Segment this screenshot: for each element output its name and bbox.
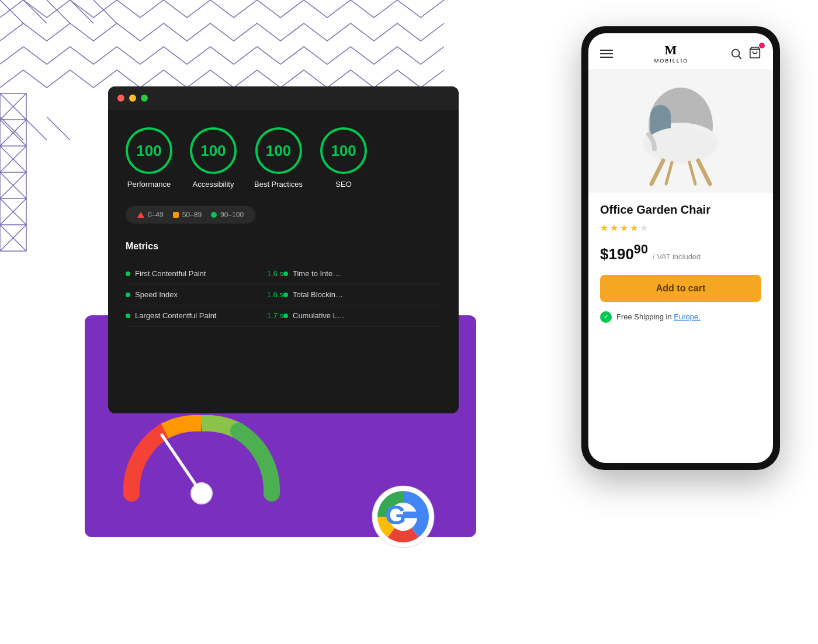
product-details: Office Garden Chair ★ ★ ★ ★ ★ $19090 / V…: [588, 193, 773, 463]
score-best-practices: 100 Best Practices: [254, 127, 303, 189]
legend-triangle-icon: [137, 212, 144, 218]
metric-dot-tti: [283, 271, 288, 276]
brand-name: MOBILLIO: [654, 58, 689, 64]
svg-line-45: [666, 162, 672, 184]
legend-dot-icon: [211, 212, 217, 218]
add-to-cart-button[interactable]: Add to cart: [600, 275, 761, 302]
star-1: ★: [600, 222, 608, 234]
browser-window: 100 Performance 100 Accessibility 100 Be…: [108, 86, 459, 413]
svg-line-2: [47, 0, 70, 23]
svg-line-37: [739, 56, 741, 58]
svg-line-0: [0, 0, 23, 23]
europe-link[interactable]: Europe.: [674, 312, 701, 321]
hamburger-menu-icon[interactable]: [600, 50, 613, 58]
metric-dot-cls: [283, 314, 288, 318]
score-label-accessibility: Accessibility: [193, 180, 234, 189]
svg-line-7: [47, 117, 70, 140]
phone-screen: M MOBILLIO: [588, 33, 773, 463]
price-row: $19090 / VAT included: [600, 242, 761, 263]
score-seo: 100 SEO: [320, 127, 367, 189]
cart-icon[interactable]: [748, 46, 761, 59]
svg-line-4: [93, 0, 117, 23]
score-label-seo: SEO: [335, 180, 351, 189]
star-3: ★: [620, 222, 628, 234]
svg-line-3: [70, 0, 93, 23]
metric-dot-lcp: [126, 314, 130, 318]
brand-logo: M MOBILLIO: [654, 44, 689, 64]
star-rating: ★ ★ ★ ★ ★: [600, 222, 761, 234]
chair-image: [622, 76, 739, 187]
star-5: ★: [640, 222, 648, 234]
price-vat: / VAT included: [653, 252, 701, 261]
svg-line-30: [162, 435, 202, 493]
score-accessibility: 100 Accessibility: [190, 127, 237, 189]
browser-dot-maximize: [141, 95, 148, 102]
score-legend: 0–49 50–89 90–100: [126, 206, 255, 224]
svg-line-43: [651, 161, 663, 184]
score-circle-seo: 100: [320, 127, 367, 174]
shipping-check-icon: ✓: [600, 311, 612, 323]
nav-icons: [730, 46, 761, 61]
metric-dot-tbt: [283, 293, 288, 297]
cart-badge: [759, 43, 765, 48]
metric-dot-si: [126, 293, 130, 297]
legend-high: 90–100: [211, 211, 244, 219]
metric-tti: Time to Inte…: [283, 263, 441, 284]
product-name: Office Garden Chair: [600, 203, 761, 217]
legend-mid: 50–89: [173, 211, 202, 219]
svg-line-44: [698, 161, 710, 184]
scores-row: 100 Performance 100 Accessibility 100 Be…: [126, 127, 441, 189]
phone-navbar: M MOBILLIO: [588, 33, 773, 70]
browser-dot-minimize: [129, 95, 136, 102]
star-4: ★: [630, 222, 638, 234]
price-cents: 90: [634, 242, 648, 256]
metrics-grid: First Contentful Paint 1.6 s Time to Int…: [126, 263, 441, 326]
score-circle-performance: 100: [126, 127, 172, 174]
score-circle-accessibility: 100: [190, 127, 237, 174]
brand-letter: M: [654, 44, 689, 57]
star-2: ★: [610, 222, 618, 234]
metric-si: Speed Index 1.6 s: [126, 284, 283, 305]
svg-line-6: [23, 117, 47, 140]
svg-line-5: [0, 117, 23, 140]
speedometer-gauge: [102, 388, 301, 505]
svg-line-1: [23, 0, 47, 23]
browser-dot-close: [117, 95, 124, 102]
svg-point-31: [197, 489, 206, 498]
phone-mockup: M MOBILLIO: [581, 26, 780, 470]
product-image: [588, 70, 773, 193]
score-performance: 100 Performance: [126, 127, 172, 189]
metrics-title: Metrics: [126, 241, 441, 252]
svg-line-46: [689, 162, 695, 184]
legend-square-icon: [173, 212, 179, 218]
price-main: $19090: [600, 242, 648, 263]
metric-lcp: Largest Contentful Paint 1.7 s: [126, 305, 283, 326]
legend-low: 0–49: [137, 211, 164, 219]
score-label-performance: Performance: [127, 180, 171, 189]
svg-text:G: G: [385, 500, 406, 530]
browser-titlebar: [108, 86, 459, 110]
search-icon[interactable]: [730, 47, 743, 60]
metric-cls: Cumulative L…: [283, 305, 441, 326]
shipping-text: Free Shipping in Europe.: [616, 312, 701, 321]
score-circle-best-practices: 100: [255, 127, 302, 174]
metric-dot-fcp: [126, 271, 130, 276]
metric-fcp: First Contentful Paint 1.6 s: [126, 263, 283, 284]
shipping-info: ✓ Free Shipping in Europe.: [600, 311, 761, 323]
cart-icon-wrap[interactable]: [748, 46, 761, 61]
metric-tbt: Total Blockin…: [283, 284, 441, 305]
score-label-best-practices: Best Practices: [254, 180, 303, 189]
google-logo: G: [371, 485, 435, 549]
